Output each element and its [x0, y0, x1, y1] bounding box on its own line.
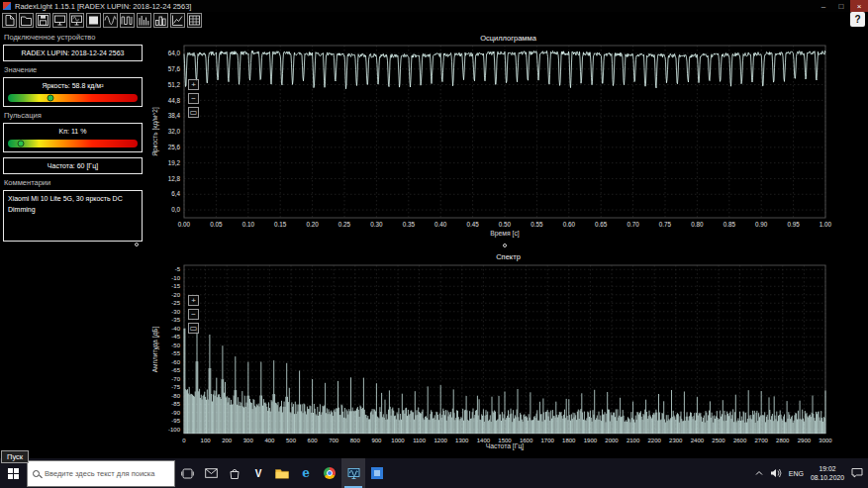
open-file-button[interactable]	[2, 13, 17, 28]
svg-text:700: 700	[329, 438, 339, 443]
svg-text:0.85: 0.85	[723, 221, 736, 228]
svg-text:64,0: 64,0	[168, 49, 181, 56]
svg-text:2400: 2400	[691, 438, 705, 443]
svg-text:-15: -15	[171, 283, 180, 289]
svg-text:-10: -10	[171, 275, 180, 281]
svg-text:0.60: 0.60	[563, 221, 576, 228]
maximize-button[interactable]: □	[832, 0, 850, 12]
taskbar-search-input[interactable]: Введите здесь текст для поиска	[27, 460, 175, 487]
svg-text:2200: 2200	[648, 438, 662, 443]
svg-text:Амплитуда [дБ]: Амплитуда [дБ]	[151, 326, 159, 372]
device-monitor-button[interactable]	[52, 13, 67, 28]
svg-text:1200: 1200	[434, 438, 448, 443]
comments-resize-grip[interactable]	[135, 243, 139, 246]
oscillogram-chart: 0.000.050.100.150.200.250.300.350.400.45…	[148, 30, 868, 251]
svg-text:-80: -80	[171, 393, 180, 399]
svg-text:1800: 1800	[562, 438, 576, 443]
tray-date: 08.10.2020	[811, 473, 844, 482]
spectrum-bars-button[interactable]	[137, 13, 151, 28]
svg-text:-20: -20	[171, 292, 180, 298]
svg-text:44,8: 44,8	[168, 97, 181, 104]
brightness-scale-bar	[8, 94, 138, 102]
zoom-out-button[interactable]: −	[188, 309, 199, 320]
action-center-icon[interactable]	[851, 467, 863, 479]
zoom-in-button[interactable]: +	[188, 295, 199, 306]
svg-text:500: 500	[286, 438, 297, 443]
comments-input[interactable]: Xiaomi Mi 10 Lite 5G, 30 яркость DC Dimm…	[3, 190, 143, 242]
svg-text:38,4: 38,4	[168, 112, 181, 119]
pulsation-value: Kп: 11 %	[8, 128, 138, 135]
svg-text:3000: 3000	[819, 438, 832, 443]
svg-text:Время [с]: Время [с]	[490, 230, 520, 238]
windows-logo-icon	[8, 468, 19, 479]
svg-text:-45: -45	[171, 334, 180, 340]
svg-text:0.25: 0.25	[338, 221, 351, 228]
svg-text:0,0: 0,0	[171, 206, 180, 213]
svg-text:600: 600	[308, 438, 319, 443]
display-button[interactable]	[86, 13, 101, 28]
brightness-marker	[48, 95, 54, 102]
system-tray: ENG 19:02 08.10.2020	[755, 458, 868, 488]
svg-text:2300: 2300	[669, 438, 683, 443]
zoom-region-button[interactable]: ▭	[188, 323, 199, 334]
volume-icon[interactable]	[770, 468, 782, 479]
histogram-button[interactable]	[153, 13, 168, 28]
frequency-box: Частота: 60 [Гц]	[3, 157, 143, 174]
svg-text:-40: -40	[171, 326, 180, 332]
svg-text:100: 100	[201, 438, 212, 443]
zoom-out-button[interactable]: −	[188, 93, 199, 104]
close-button[interactable]: ×	[850, 0, 868, 12]
frequency-value: Частота: 60 [Гц]	[5, 162, 141, 169]
pulsation-box: Kп: 11 %	[3, 123, 143, 152]
svg-text:1900: 1900	[584, 438, 598, 443]
svg-text:800: 800	[350, 438, 361, 443]
device-wave-button[interactable]	[69, 13, 84, 28]
svg-text:1300: 1300	[455, 438, 469, 443]
oscillogram-plot: 0.000.050.100.150.200.250.300.350.400.45…	[148, 30, 868, 251]
edge-app[interactable]: e	[294, 458, 318, 488]
photos-app[interactable]	[365, 458, 389, 488]
mail-app[interactable]	[199, 458, 223, 488]
svg-text:51,2: 51,2	[168, 81, 181, 88]
sine-view-button[interactable]	[103, 13, 118, 28]
square-wave-view-button[interactable]	[120, 13, 135, 28]
zoom-in-button[interactable]: +	[188, 79, 199, 90]
zoom-region-button[interactable]: ▭	[188, 107, 199, 118]
svg-text:-95: -95	[171, 418, 180, 424]
svg-text:0.70: 0.70	[627, 221, 639, 228]
help-button[interactable]: ?	[850, 12, 865, 27]
svg-text:0.95: 0.95	[787, 221, 800, 228]
open-folder-button[interactable]	[19, 13, 34, 28]
svg-text:-30: -30	[171, 309, 180, 315]
task-view-button[interactable]	[175, 458, 199, 488]
svg-text:0.30: 0.30	[370, 221, 383, 228]
chrome-app[interactable]	[318, 458, 341, 488]
file-explorer-app[interactable]	[270, 458, 294, 488]
svg-text:-25: -25	[171, 300, 180, 306]
minimize-button[interactable]: –	[815, 0, 832, 12]
svg-text:25,6: 25,6	[168, 144, 181, 150]
svg-text:1000: 1000	[391, 438, 405, 443]
svg-text:12,8: 12,8	[168, 175, 181, 182]
svg-text:Частота [Гц]: Частота [Гц]	[486, 442, 525, 450]
svg-text:-65: -65	[171, 367, 180, 373]
search-icon	[33, 470, 40, 477]
radexlight-app[interactable]	[341, 458, 365, 488]
chart-button[interactable]	[170, 13, 185, 28]
table-button[interactable]	[187, 13, 202, 28]
svg-text:200: 200	[222, 438, 233, 443]
svg-text:0.50: 0.50	[499, 221, 512, 228]
tray-expand-chevron-icon[interactable]	[755, 470, 763, 477]
svg-text:0.75: 0.75	[659, 221, 672, 228]
spectrum-plot: 0100200300400500600700800900100011001200…	[148, 251, 868, 458]
svg-text:2100: 2100	[627, 438, 640, 443]
svg-text:300: 300	[243, 438, 254, 443]
language-indicator[interactable]: ENG	[789, 470, 804, 477]
splitter-grip[interactable]	[503, 244, 507, 247]
tray-clock[interactable]: 19:02 08.10.2020	[811, 464, 844, 482]
v-app[interactable]: V	[246, 458, 270, 488]
start-tooltip: Пуск	[1, 450, 29, 463]
svg-text:19,2: 19,2	[168, 159, 181, 166]
save-button[interactable]	[36, 13, 50, 28]
store-app[interactable]	[223, 458, 246, 488]
